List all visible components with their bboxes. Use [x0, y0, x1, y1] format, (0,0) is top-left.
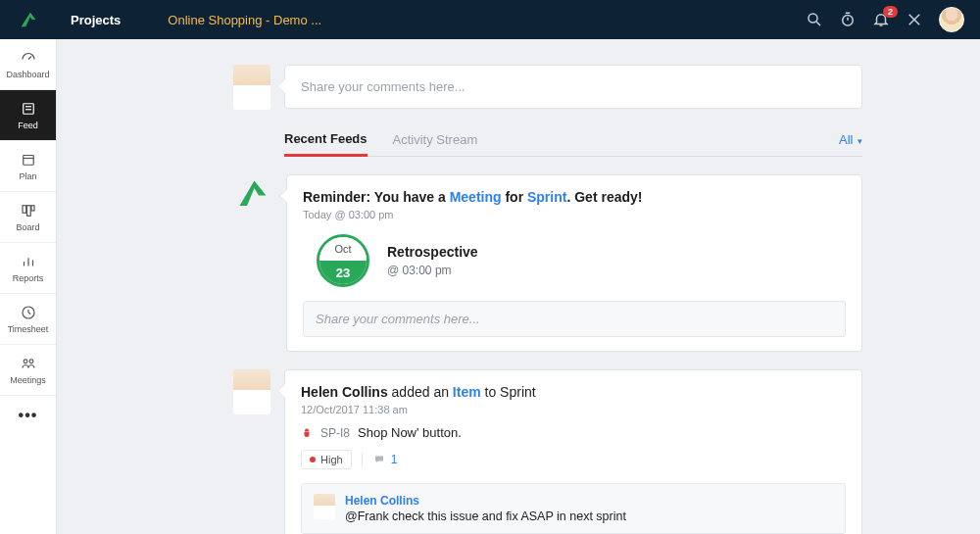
item-ref-title: Shop Now' button. — [358, 425, 462, 440]
reminder-timestamp: Today @ 03:00 pm — [303, 209, 846, 220]
user-avatar[interactable] — [939, 7, 964, 32]
reminder-title: Reminder: You have a Meeting for Sprint.… — [303, 189, 846, 205]
top-bar: Projects Online Shopping - Demo ... 2 — [0, 0, 980, 39]
event-row: Oct 23 Retrospective @ 03:00 pm — [317, 234, 846, 287]
feed-filter-dropdown[interactable]: All ▾ — [839, 132, 862, 155]
comment-composer[interactable]: Share your comments here... — [284, 65, 862, 109]
tab-activity-stream[interactable]: Activity Stream — [393, 132, 478, 155]
sidebar-item-plan[interactable]: Plan — [0, 141, 56, 192]
meetings-icon — [20, 355, 37, 372]
event-date-chip: Oct 23 — [317, 234, 369, 287]
item-id: SP-I8 — [320, 426, 350, 440]
svg-rect-12 — [23, 156, 33, 166]
sidebar-label: Feed — [18, 121, 38, 130]
priority-dot-icon — [310, 457, 316, 462]
sidebar-label: Plan — [19, 171, 36, 181]
search-icon[interactable] — [806, 11, 823, 28]
item-ref-row: SP-I8 Shop Now' button. — [301, 425, 846, 440]
svg-line-1 — [816, 22, 820, 25]
event-time: @ 03:00 pm — [387, 264, 478, 277]
svg-point-24 — [29, 360, 33, 364]
sprint-link[interactable]: Sprint — [527, 189, 566, 205]
comment-text: @Frank check this issue and fix ASAP in … — [345, 510, 626, 523]
feed-tabs: Recent Feeds Activity Stream All ▾ — [284, 131, 862, 157]
current-project-title[interactable]: Online Shopping - Demo ... — [142, 13, 806, 27]
comment-count[interactable]: 1 — [362, 453, 398, 466]
projects-nav[interactable]: Projects — [57, 0, 142, 39]
author-name: Helen Collins — [301, 384, 388, 400]
svg-rect-9 — [23, 104, 33, 115]
system-avatar — [233, 174, 272, 214]
inline-comment-composer[interactable]: Share your comments here... — [303, 301, 846, 337]
item-title-row: Helen Collins added an Item to Sprint — [301, 384, 846, 400]
comment-block: Helen Collins @Frank check this issue an… — [301, 483, 846, 534]
brand-logo-icon — [235, 176, 270, 212]
feed-item-sprint-item: Helen Collins added an Item to Sprint 12… — [233, 369, 862, 534]
tab-recent-feeds[interactable]: Recent Feeds — [284, 131, 368, 157]
sidebar-more[interactable]: ••• — [0, 396, 56, 435]
sidebar-label: Dashboard — [6, 70, 49, 79]
sidebar-label: Board — [16, 222, 39, 232]
projects-label: Projects — [71, 13, 121, 27]
plan-icon — [20, 151, 37, 169]
item-card: Helen Collins added an Item to Sprint 12… — [284, 369, 862, 534]
board-icon — [20, 202, 37, 219]
sidebar: Dashboard Feed Plan Board Reports Timesh… — [0, 39, 57, 534]
brand-logo-icon — [18, 9, 39, 30]
sidebar-item-feed[interactable]: Feed — [0, 90, 56, 141]
svg-point-0 — [808, 14, 817, 23]
feed-item-reminder: Reminder: You have a Meeting for Sprint.… — [233, 174, 862, 352]
svg-rect-15 — [26, 206, 30, 217]
chevron-down-icon: ▾ — [855, 136, 862, 146]
priority-chip[interactable]: High — [301, 450, 352, 469]
sidebar-label: Timesheet — [8, 324, 49, 334]
clock-icon — [20, 304, 37, 321]
item-link[interactable]: Item — [453, 384, 481, 400]
composer-row: Share your comments here... — [233, 65, 862, 110]
reminder-card: Reminder: You have a Meeting for Sprint.… — [286, 174, 862, 352]
app-logo[interactable] — [0, 0, 57, 39]
author-avatar — [233, 369, 270, 414]
filter-label: All — [839, 132, 853, 147]
feed-icon — [20, 100, 37, 118]
current-user-avatar — [233, 65, 270, 110]
event-name: Retrospective — [387, 244, 478, 260]
sidebar-item-reports[interactable]: Reports — [0, 243, 56, 294]
svg-line-8 — [28, 57, 31, 60]
topbar-actions: 2 — [806, 7, 980, 32]
svg-rect-14 — [23, 206, 26, 214]
comment-icon — [372, 454, 386, 465]
event-meta: Retrospective @ 03:00 pm — [387, 244, 478, 277]
svg-point-23 — [24, 360, 27, 364]
commenter-name[interactable]: Helen Collins — [345, 494, 626, 508]
notifications-icon[interactable]: 2 — [872, 11, 890, 28]
item-timestamp: 12/Oct/2017 11:38 am — [301, 404, 846, 415]
event-month: Oct — [319, 237, 367, 261]
sidebar-label: Reports — [13, 273, 44, 283]
meeting-link[interactable]: Meeting — [450, 189, 502, 205]
sidebar-item-board[interactable]: Board — [0, 192, 56, 243]
timer-icon[interactable] — [839, 11, 857, 28]
item-meta-row: High 1 — [301, 450, 846, 469]
svg-line-22 — [28, 313, 30, 315]
reports-icon — [20, 253, 37, 270]
sidebar-item-meetings[interactable]: Meetings — [0, 345, 56, 396]
main-content: Share your comments here... Recent Feeds… — [57, 39, 980, 534]
commenter-avatar — [314, 494, 335, 519]
bug-icon — [301, 426, 313, 440]
svg-rect-16 — [31, 206, 34, 211]
sidebar-item-dashboard[interactable]: Dashboard — [0, 39, 56, 90]
sidebar-item-timesheet[interactable]: Timesheet — [0, 294, 56, 345]
gauge-icon — [20, 49, 37, 67]
tools-icon[interactable] — [906, 11, 923, 28]
event-day: 23 — [319, 261, 367, 284]
notification-badge: 2 — [883, 6, 898, 18]
sidebar-label: Meetings — [10, 375, 46, 385]
